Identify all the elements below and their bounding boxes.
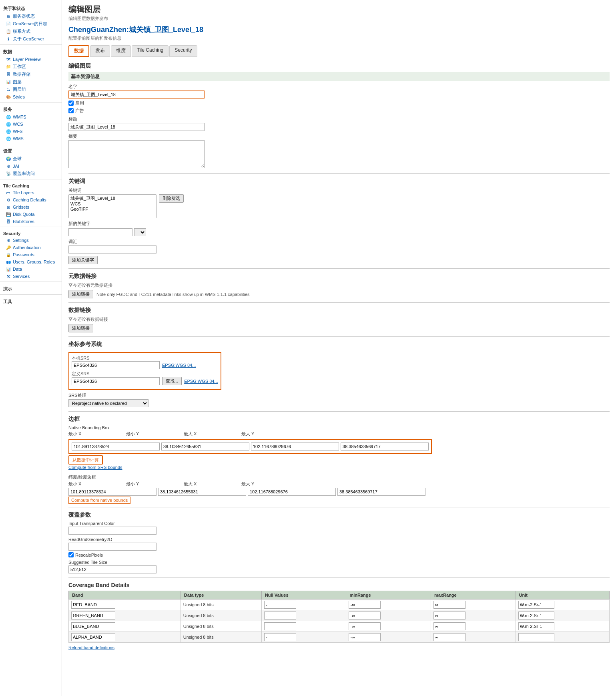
sidebar-item-caching-defaults[interactable]: ⚙ Caching Defaults [0, 196, 62, 203]
native-min-x-input[interactable] [72, 443, 160, 451]
band-min-input[interactable] [349, 601, 381, 609]
col-min: minRange [346, 591, 431, 599]
vocabulary-select[interactable] [134, 228, 146, 236]
band-min-input[interactable] [349, 633, 381, 641]
sidebar-item-layergroups[interactable]: 🗂 图层组 [0, 86, 62, 93]
band-unit-input[interactable] [518, 622, 554, 630]
band-name-input[interactable] [71, 622, 115, 630]
sidebar-item-wms[interactable]: 🌐 WMS [0, 135, 62, 142]
tab-data[interactable]: 数据 [68, 45, 89, 57]
sidebar-item-data[interactable]: 📊 Data [0, 266, 62, 273]
col-max: maxRange [431, 591, 516, 599]
band-null-input[interactable] [264, 612, 296, 620]
sidebar-item-styles[interactable]: 🎨 Styles [0, 93, 62, 101]
sidebar-item-gridsets[interactable]: ⊞ Gridsets [0, 203, 62, 211]
sidebar-item-wfs[interactable]: 🌐 WFS [0, 128, 62, 135]
sidebar-item-datastores[interactable]: 🗄 数据存储 [0, 70, 62, 78]
band-min-input[interactable] [349, 612, 381, 620]
band-max-input[interactable] [433, 601, 466, 609]
reload-band-link[interactable]: Reload band definitions [68, 645, 114, 650]
add-data-link-button[interactable]: 添加链接 [68, 324, 93, 332]
compute-from-native-link[interactable]: Compute from native bounds [68, 497, 130, 504]
sidebar-item-geoserver-log[interactable]: 📄 GeoServer的日志 [0, 20, 62, 28]
page-subtitle: 编辑图层数据并发布 [68, 16, 610, 22]
tab-dimensions[interactable]: 维度 [111, 45, 131, 57]
band-name-input[interactable] [71, 601, 115, 609]
sidebar-section-services: 服务 [0, 104, 62, 113]
declared-srs-input[interactable] [72, 377, 160, 385]
band-null-input[interactable] [264, 622, 296, 630]
keywords-select[interactable]: 城关镇_卫图_Level_18 WCS GeoTIFF [68, 194, 157, 218]
sidebar-item-coverage-access[interactable]: 📡 覆盖率访问 [0, 170, 62, 177]
advertised-row: 广告 [68, 108, 610, 114]
rescale-checkbox[interactable] [68, 552, 74, 557]
sidebar-item-about[interactable]: ℹ 关于 GeoServer [0, 35, 62, 43]
layer-name: ChengGuanZhen:城关镇_卫图_Level_18 [68, 25, 610, 34]
sidebar-item-jai[interactable]: ⚙ JAI [0, 163, 62, 170]
advertised-checkbox[interactable] [68, 108, 74, 113]
sidebar-item-layer-preview[interactable]: 🗺 Layer Preview [0, 56, 62, 63]
native-max-x-input[interactable] [251, 443, 339, 451]
latlon-min-y-input[interactable] [158, 488, 246, 496]
declared-srs-link[interactable]: EPSG:WGS 84... [184, 379, 218, 384]
sidebar-section-security: Security [0, 229, 62, 237]
sidebar-item-users-groups-roles[interactable]: 👥 Users, Groups, Roles [0, 258, 62, 266]
new-keyword-input[interactable] [68, 228, 132, 236]
sidebar-item-workspace[interactable]: 📁 工作区 [0, 63, 62, 70]
sidebar-item-disk-quota[interactable]: 💾 Disk Quota [0, 211, 62, 218]
sidebar-item-wmts[interactable]: 🌐 WMTS [0, 113, 62, 121]
sidebar-item-wcs[interactable]: 🌐 WCS [0, 121, 62, 128]
latlon-max-y-input[interactable] [337, 488, 425, 496]
band-unit-input[interactable] [518, 601, 554, 609]
srs-handling-select[interactable]: Reproject native to declared Keep native… [68, 399, 148, 407]
sidebar-item-contact[interactable]: 📋 联系方式 [0, 28, 62, 35]
native-max-y-input[interactable] [341, 443, 429, 451]
enabled-row: 启用 [68, 100, 610, 106]
native-min-y-input[interactable] [161, 443, 249, 451]
sidebar-item-blobstores[interactable]: 🗄 BlobStores [0, 218, 62, 225]
tile-size-input[interactable] [68, 565, 157, 573]
tab-publish[interactable]: 发布 [90, 45, 110, 57]
band-max-input[interactable] [433, 633, 466, 641]
read-grid-input[interactable] [68, 543, 157, 551]
tab-security[interactable]: Security [169, 45, 197, 57]
sidebar-item-server-status[interactable]: 🖥 服务器状态 [0, 12, 62, 20]
input-transparent-input[interactable] [68, 527, 157, 535]
band-null-input[interactable] [264, 633, 296, 641]
sidebar-item-tile-layers[interactable]: 🗃 Tile Layers [0, 189, 62, 196]
title-input[interactable] [68, 123, 205, 131]
native-srs-input[interactable] [72, 361, 160, 369]
add-metadata-link-button[interactable]: 添加链接 [68, 290, 93, 298]
read-grid-label: ReadGridGeometry2D [68, 537, 610, 542]
add-keyword-button[interactable]: 添加关键字 [68, 256, 98, 264]
sidebar-item-services[interactable]: 🛠 Services [0, 273, 62, 280]
sidebar-item-layers[interactable]: 📊 图层 [0, 78, 62, 86]
band-max-input[interactable] [433, 612, 466, 620]
sidebar-item-passwords[interactable]: 🔒 Passwords [0, 251, 62, 258]
band-null-input[interactable] [264, 601, 296, 609]
remove-keyword-button[interactable]: 删除所选 [159, 194, 184, 203]
abstract-input[interactable] [68, 140, 205, 168]
band-unit-input[interactable] [518, 633, 554, 641]
band-name-input[interactable] [71, 612, 115, 620]
latlon-max-x-input[interactable] [248, 488, 336, 496]
abstract-label: 摘要 [68, 133, 610, 139]
latlon-min-x-input[interactable] [68, 488, 157, 496]
compute-from-data-button[interactable]: 从数据中计算 [68, 455, 103, 465]
compute-from-srs-link[interactable]: Compute from SRS bounds [68, 465, 122, 470]
find-srs-button[interactable]: 查找... [162, 377, 182, 385]
band-name-input[interactable] [71, 633, 115, 641]
vocabulary-input[interactable] [68, 245, 157, 253]
sidebar-item-settings[interactable]: ⚙ Settings [0, 237, 62, 244]
band-unit-input[interactable] [518, 612, 554, 620]
sidebar-item-authentication[interactable]: 🔑 Authentication [0, 244, 62, 251]
enabled-checkbox[interactable] [68, 101, 74, 106]
tab-tile-caching[interactable]: Tile Caching [132, 45, 169, 57]
band-min-input[interactable] [349, 622, 381, 630]
sidebar-item-global[interactable]: 🌍 全球 [0, 155, 62, 163]
band-max-input[interactable] [433, 622, 466, 630]
band-null-cell [261, 610, 346, 621]
band-unit-cell [516, 610, 609, 621]
native-srs-link[interactable]: EPSG:WGS 84... [162, 363, 196, 368]
name-input[interactable] [68, 91, 205, 99]
